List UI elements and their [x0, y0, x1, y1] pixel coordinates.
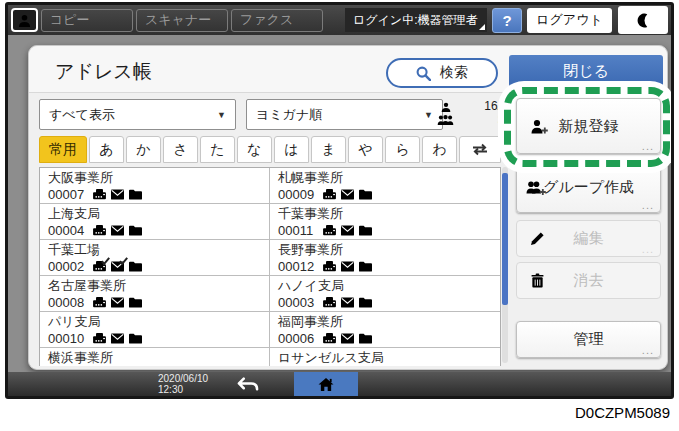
address-entry[interactable]: 名古屋事業所 00008: [40, 276, 270, 312]
address-entry[interactable]: ロサンゼルス支局: [270, 348, 500, 366]
index-tab-ra[interactable]: ら: [385, 136, 420, 163]
entry-name: ロサンゼルス支局: [278, 349, 500, 366]
address-book-dialog: アドレス帳 検索 閉じる すべて表示 ▼ ヨミガナ順 ▼: [28, 45, 668, 370]
main-area: アドレス帳 検索 閉じる すべて表示 ▼ ヨミガナ順 ▼: [8, 35, 671, 372]
email-checked-icon: [111, 261, 124, 272]
address-entry[interactable]: 長野事業所 00012: [270, 240, 500, 276]
page-title: アドレス帳: [55, 59, 152, 85]
index-tab-frequent[interactable]: 常用: [39, 136, 87, 163]
group-add-icon: [526, 180, 546, 195]
email-icon: [111, 333, 124, 344]
email-icon: [341, 225, 354, 236]
login-status-label: ログイン中:機器管理者: [353, 13, 477, 27]
address-entry[interactable]: パリ支局 00010: [40, 312, 270, 348]
index-tab-ta[interactable]: た: [200, 136, 235, 163]
folder-icon: [129, 297, 142, 308]
switch-view-button[interactable]: [459, 136, 501, 163]
top-bar: コピー スキャナー ファクス ログイン中:機器管理者 ? ログアウト: [8, 5, 671, 35]
index-tab-sa[interactable]: さ: [163, 136, 198, 163]
entry-number: 00012: [278, 259, 318, 274]
address-entry[interactable]: 千葉事業所 00011: [270, 204, 500, 240]
tab-copy[interactable]: コピー: [41, 9, 133, 32]
user-icon: [18, 14, 31, 27]
fax-icon: [93, 189, 106, 200]
folder-icon: [359, 333, 372, 344]
sort-order-dropdown[interactable]: ヨミガナ順 ▼: [246, 99, 443, 130]
manage-button[interactable]: 管理 ...: [516, 321, 661, 358]
address-entry[interactable]: ハノイ支局 00003: [270, 276, 500, 312]
index-tab-na[interactable]: な: [237, 136, 272, 163]
group-icon: [437, 114, 454, 125]
folder-icon: [359, 261, 372, 272]
back-button[interactable]: [236, 376, 260, 392]
device-frame: コピー スキャナー ファクス ログイン中:機器管理者 ? ログアウト アドレス帳…: [5, 2, 674, 399]
folder-icon: [129, 333, 142, 344]
entry-number: 00010: [48, 331, 88, 346]
delete-button[interactable]: 消去: [516, 262, 661, 299]
entry-name: 長野事業所: [278, 241, 500, 258]
address-entry[interactable]: 札幌事業所 00009: [270, 168, 500, 204]
create-group-label: グループ作成: [543, 178, 634, 197]
logout-button[interactable]: ログアウト: [527, 8, 612, 33]
datetime: 2020/06/10 12:30: [158, 373, 208, 395]
address-entry[interactable]: 横浜事業所: [40, 348, 270, 366]
more-indicator: ...: [642, 140, 654, 152]
entry-number: 00009: [278, 187, 318, 202]
folder-icon: [129, 261, 142, 272]
fax-icon: [323, 225, 336, 236]
folder-icon: [359, 297, 372, 308]
search-label: 検索: [440, 64, 468, 82]
scrollbar[interactable]: [502, 167, 508, 363]
folder-icon: [129, 225, 142, 236]
index-tab-wa[interactable]: わ: [422, 136, 457, 163]
email-icon: [111, 297, 124, 308]
home-button[interactable]: [294, 372, 358, 396]
caret-down-icon: ▼: [424, 110, 433, 120]
person-add-icon: [530, 119, 548, 134]
user-button[interactable]: [11, 8, 38, 32]
more-indicator: ...: [642, 199, 654, 211]
manage-label: 管理: [574, 330, 604, 349]
fax-icon: [323, 189, 336, 200]
email-icon: [111, 189, 124, 200]
index-tab-a[interactable]: あ: [89, 136, 124, 163]
check-icon: [101, 257, 110, 265]
address-entry[interactable]: 上海支局 00004: [40, 204, 270, 240]
address-entry[interactable]: 大阪事業所 00007: [40, 168, 270, 204]
help-button[interactable]: ?: [492, 8, 522, 33]
entry-number: 00006: [278, 331, 318, 346]
edit-label: 編集: [574, 229, 604, 248]
entry-name: 名古屋事業所: [48, 277, 269, 294]
new-register-button[interactable]: 新規登録 ...: [516, 98, 661, 154]
index-tab-ka[interactable]: か: [126, 136, 161, 163]
email-icon: [111, 225, 124, 236]
tab-fax[interactable]: ファクス: [231, 9, 323, 32]
entry-name: パリ支局: [48, 313, 269, 330]
index-tab-ya[interactable]: や: [348, 136, 383, 163]
search-icon: [416, 66, 431, 81]
energy-saver-button[interactable]: [618, 6, 668, 34]
sort-order-value: ヨミガナ順: [256, 106, 322, 124]
back-icon: [236, 376, 260, 392]
fax-icon: [323, 261, 336, 272]
address-list: 大阪事業所 00007 札幌事業所 00009 上海支局 00004: [39, 167, 501, 366]
index-tab-ha[interactable]: は: [274, 136, 309, 163]
fax-icon: [93, 297, 106, 308]
folder-icon: [359, 189, 372, 200]
email-icon: [341, 261, 354, 272]
fax-icon: [93, 225, 106, 236]
trash-icon: [530, 273, 545, 288]
login-status[interactable]: ログイン中:機器管理者: [345, 8, 487, 32]
fax-icon: [323, 333, 336, 344]
display-filter-dropdown[interactable]: すべて表示 ▼: [39, 99, 236, 130]
index-tab-ma[interactable]: ま: [311, 136, 346, 163]
page: コピー スキャナー ファクス ログイン中:機器管理者 ? ログアウト アドレス帳…: [0, 0, 679, 431]
address-entry[interactable]: 千葉工場 00002: [40, 240, 270, 276]
device-screen: コピー スキャナー ファクス ログイン中:機器管理者 ? ログアウト アドレス帳…: [8, 5, 671, 396]
annotation-code: D0CZPM5089: [575, 404, 670, 421]
tab-scanner[interactable]: スキャナー: [136, 9, 228, 32]
scrollbar-thumb[interactable]: [502, 173, 508, 305]
search-button[interactable]: 検索: [386, 58, 498, 88]
address-entry[interactable]: 福岡事業所 00006: [270, 312, 500, 348]
edit-button[interactable]: 編集 ...: [516, 220, 661, 257]
